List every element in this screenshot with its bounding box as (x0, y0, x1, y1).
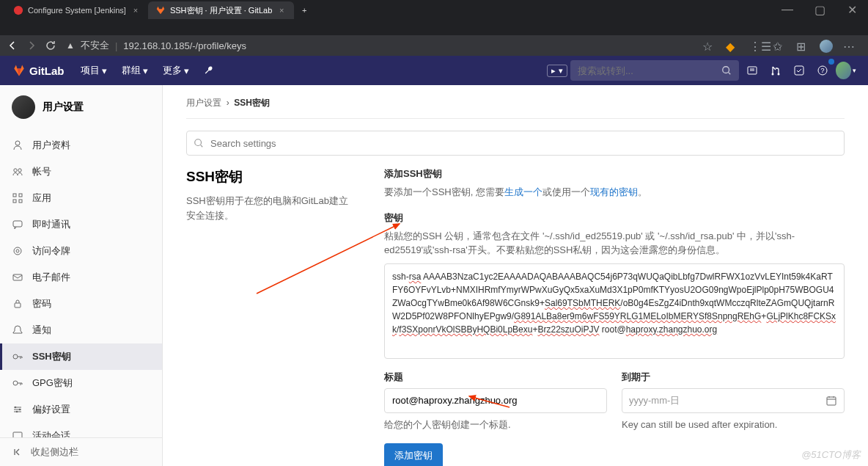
sidebar-item-sessions[interactable]: 活动会话 (0, 423, 162, 437)
forward-button[interactable] (25, 39, 38, 52)
sidebar-item-preferences[interactable]: 偏好设置 (0, 396, 162, 423)
issues-icon[interactable] (742, 60, 762, 81)
svg-point-3 (772, 73, 774, 76)
generate-key-link[interactable]: 生成一个 (504, 186, 542, 197)
gitlab-header: GitLab 项目 ▾ 群组 ▾ 更多 ▾ ▸ ▾ ? ▾ (0, 56, 868, 85)
sidebar-item-profile[interactable]: 用户资料 (0, 132, 162, 159)
main-content: 用户设置 › SSH密钥 SSH密钥 SSH密钥用于在您的电脑和GitLab建立… (163, 85, 868, 466)
sidebar-title: 用户设置 (43, 101, 84, 114)
preferences-icon (12, 404, 23, 415)
breadcrumb-root[interactable]: 用户设置 (186, 98, 221, 108)
search-input[interactable] (578, 65, 721, 76)
plus-button[interactable]: ▸ ▾ (547, 60, 567, 81)
admin-wrench-icon[interactable] (198, 61, 220, 80)
jenkins-icon (13, 5, 23, 15)
sidebar-item-label: 访问令牌 (32, 244, 70, 258)
nav-groups[interactable]: 群组 ▾ (116, 61, 154, 80)
sidebar-item-notification[interactable]: 通知 (0, 317, 162, 343)
svg-point-4 (778, 73, 780, 76)
svg-text:?: ? (820, 67, 824, 74)
nav-projects[interactable]: 项目 ▾ (75, 61, 113, 80)
sidebar-item-account[interactable]: 帐号 (0, 159, 162, 185)
svg-rect-12 (19, 194, 22, 197)
search-settings-input[interactable] (186, 131, 845, 156)
extension-icon-2[interactable]: ⋮☰ (749, 40, 761, 51)
sidebar-item-label: 密码 (32, 297, 51, 310)
help-icon[interactable]: ? (812, 60, 833, 81)
menu-icon[interactable]: ⋯ (843, 40, 855, 51)
tab-title: Configure System [Jenkins] (28, 6, 126, 15)
header-search[interactable] (570, 60, 739, 81)
svg-point-9 (14, 169, 17, 172)
address-bar[interactable]: ▲ 不安全 | 192.168.10.185/-/profile/keys (63, 39, 696, 52)
url-text: 192.168.10.185/-/profile/keys (123, 40, 246, 51)
browser-chrome: — ▢ ✕ Configure System [Jenkins] × SSH密钥… (0, 0, 868, 35)
chevron-down-icon: ▾ (102, 65, 107, 76)
close-icon[interactable]: × (130, 6, 141, 15)
chat-icon (12, 219, 23, 230)
svg-point-23 (19, 409, 21, 410)
sidebar-item-label: 活动会话 (32, 429, 70, 437)
svg-point-27 (195, 139, 202, 146)
svg-rect-28 (827, 397, 836, 405)
sidebar-item-key[interactable]: GPG密钥 (0, 370, 162, 396)
password-icon (12, 298, 23, 310)
close-window-button[interactable]: ✕ (836, 0, 868, 19)
todos-icon[interactable] (789, 60, 809, 81)
maximize-button[interactable]: ▢ (803, 0, 836, 19)
star-icon[interactable]: ☆ (702, 40, 714, 51)
sidebar-item-label: 即时通讯 (32, 218, 70, 231)
search-icon (721, 65, 732, 76)
extension-icon-1[interactable]: ◆ (726, 40, 738, 51)
sidebar-item-key[interactable]: SSH密钥 (0, 343, 162, 370)
profile-avatar-icon[interactable] (820, 40, 831, 51)
svg-rect-14 (19, 200, 22, 203)
expires-input[interactable] (622, 388, 845, 413)
back-button[interactable] (6, 39, 19, 52)
browser-tab-gitlab[interactable]: SSH密钥 · 用户设置 · GitLab × (148, 1, 294, 19)
existing-key-link[interactable]: 现有的密钥 (590, 186, 638, 197)
brand-text: GitLab (29, 65, 65, 77)
collections-icon[interactable]: ⊞ (796, 40, 808, 51)
title-input[interactable] (384, 388, 607, 413)
sidebar-item-label: GPG密钥 (32, 376, 73, 390)
svg-point-0 (14, 6, 23, 15)
section-title: SSH密钥 (186, 167, 355, 186)
sessions-icon (12, 430, 23, 437)
collapse-sidebar[interactable]: 收起侧边栏 (0, 437, 162, 466)
sidebar-item-label: 偏好设置 (32, 403, 70, 416)
sidebar-item-label: 应用 (32, 192, 51, 205)
minimize-button[interactable]: — (771, 0, 803, 19)
new-tab-button[interactable]: + (294, 1, 315, 19)
add-ssh-desc: 要添加一个SSH密钥, 您需要生成一个或使用一个现有的密钥。 (384, 185, 845, 200)
favorites-icon[interactable]: ✩ (773, 40, 784, 51)
warning-icon: ▲ (66, 40, 75, 51)
svg-point-16 (14, 247, 21, 255)
browser-tab-jenkins[interactable]: Configure System [Jenkins] × (6, 1, 148, 19)
sidebar-item-apps[interactable]: 应用 (0, 185, 162, 211)
key-hint: 粘贴您的SSH 公钥，通常包含在文件 '~/.ssh/id_ed25519.pu… (384, 229, 845, 258)
add-key-button[interactable]: 添加密钥 (384, 443, 443, 466)
gitlab-logo[interactable]: GitLab (12, 63, 65, 78)
sidebar-item-chat[interactable]: 即时通讯 (0, 211, 162, 238)
chevron-down-icon: ▾ (184, 65, 189, 76)
sidebar-item-password[interactable]: 密码 (0, 291, 162, 317)
sidebar-item-token[interactable]: 访问令牌 (0, 238, 162, 264)
key-textarea[interactable]: ssh-rsa AAAAB3NzaC1yc2EAAAADAQABAAABAQC5… (384, 263, 845, 359)
svg-point-1 (723, 67, 729, 73)
sidebar-item-label: 电子邮件 (32, 271, 70, 284)
watermark: @51CTO博客 (801, 448, 861, 462)
calendar-icon[interactable] (825, 395, 837, 407)
collapse-icon (12, 446, 23, 458)
search-settings (186, 131, 845, 156)
nav-more[interactable]: 更多 ▾ (157, 61, 195, 80)
merge-requests-icon[interactable] (765, 60, 786, 81)
collapse-label: 收起侧边栏 (31, 445, 78, 459)
apps-icon (12, 192, 23, 204)
sidebar-item-email[interactable]: 电子邮件 (0, 264, 162, 291)
refresh-button[interactable] (44, 39, 57, 52)
close-icon[interactable]: × (276, 6, 287, 15)
user-avatar[interactable]: ▾ (836, 60, 856, 81)
sidebar-item-label: 帐号 (32, 165, 51, 178)
security-label: 不安全 (81, 39, 109, 52)
